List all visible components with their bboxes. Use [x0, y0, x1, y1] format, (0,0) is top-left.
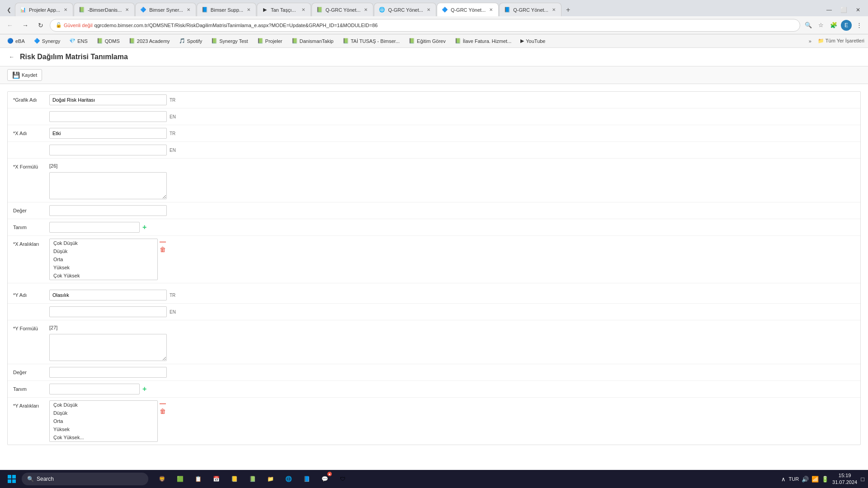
y-formulu-textarea[interactable]	[49, 334, 167, 361]
refresh-button[interactable]: ↻	[34, 19, 47, 32]
tab-close-tan-tasci[interactable]: ✕	[301, 6, 306, 13]
x-araliklari-delete-button[interactable]: 🗑	[160, 246, 166, 253]
tab-tan-tasci[interactable]: ▶ Tan Taşçı... ✕	[257, 3, 311, 16]
bookmark-ilave[interactable]: 📗 İlave Fatura. Hizmet...	[451, 37, 515, 45]
save-button[interactable]: 💾 Kaydet	[7, 69, 42, 81]
bookmarks-more-button[interactable]: »	[806, 38, 814, 45]
bookmark-egitim[interactable]: 📗 Eğitim Görev	[405, 37, 449, 45]
bookmark-youtube[interactable]: ▶ YouTube	[517, 37, 549, 45]
tanim-add-button[interactable]: +	[142, 223, 146, 231]
y-tanim-input[interactable]	[49, 384, 140, 394]
y-araliklari-delete-button[interactable]: 🗑	[160, 408, 166, 415]
form-row-y-adi-en: EN	[8, 304, 860, 320]
profile-icon[interactable]: E	[841, 20, 852, 31]
list-item-dusuk[interactable]: Düşük	[50, 247, 157, 255]
page-back-button[interactable]: ←	[7, 52, 16, 61]
tab-qgrc-3-active[interactable]: 🔷 Q-GRC Yönet... ✕	[437, 3, 499, 16]
grafik-adi-tr-input[interactable]	[49, 94, 167, 105]
list-item-cok-dusuk[interactable]: Çok Düşük	[50, 239, 157, 247]
tab-bimser-synergy[interactable]: 🔷 Bimser Syner... ✕	[135, 3, 196, 16]
search-icon[interactable]: 🔍	[803, 20, 814, 31]
x-adi-tr-input[interactable]	[49, 128, 167, 139]
y-list-item-orta[interactable]: Orta	[50, 417, 157, 425]
bookmark-projeler[interactable]: 📗 Projeler	[254, 37, 286, 45]
x-formulu-textarea[interactable]	[49, 172, 167, 199]
taskbar-clock[interactable]: 15:19 31.07.2024	[832, 472, 857, 486]
bookmark-star-icon[interactable]: ☆	[816, 20, 826, 31]
taskbar-notification-icon[interactable]: □	[861, 476, 864, 483]
forward-button[interactable]: →	[19, 19, 32, 32]
bookmark-favicon-egitim: 📗	[409, 38, 415, 44]
all-bookmarks-button[interactable]: 📁 Tüm Yer İşaretleri	[818, 38, 864, 44]
taskbar-app-excel[interactable]: 📗	[244, 471, 260, 487]
grafik-adi-en-input[interactable]	[49, 111, 167, 122]
tab-close-qgrc-2[interactable]: ✕	[426, 6, 431, 13]
extensions-icon[interactable]: 🧩	[828, 20, 839, 31]
deger-input[interactable]	[49, 205, 167, 216]
taskbar-network-icon[interactable]: 📶	[811, 476, 819, 483]
tab-bimser-danis[interactable]: 📗 -BimserDanis... ✕	[74, 3, 135, 16]
tab-bimser-supp[interactable]: 📘 Bimser Supp... ✕	[197, 3, 256, 16]
taskbar-app-2[interactable]: 🟩	[172, 471, 188, 487]
y-list-item-dusuk[interactable]: Düşük	[50, 409, 157, 417]
tab-qgrc-2[interactable]: 🌐 Q-GRC Yönet... ✕	[374, 3, 436, 16]
start-button[interactable]	[4, 472, 20, 486]
taskbar-search-box[interactable]: 🔍 Search	[22, 473, 148, 485]
taskbar-app-3[interactable]: 📋	[190, 471, 206, 487]
taskbar-app-5[interactable]: 📒	[226, 471, 242, 487]
y-tanim-add-button[interactable]: +	[142, 385, 146, 393]
bookmark-qdms[interactable]: 📗 QDMS	[93, 37, 123, 45]
settings-menu-icon[interactable]: ⋮	[854, 20, 864, 31]
list-item-yuksek[interactable]: Yüksek	[50, 263, 157, 272]
bookmark-tai[interactable]: 📗 TAİ TUSAŞ - Bimser...	[339, 37, 403, 45]
tab-close-bimser-synergy[interactable]: ✕	[186, 6, 191, 13]
taskbar-chevron-up-icon[interactable]: ∧	[781, 476, 786, 483]
list-item-orta[interactable]: Orta	[50, 255, 157, 263]
tab-close-qgrc-3[interactable]: ✕	[488, 6, 494, 13]
taskbar-battery-icon[interactable]: 🔋	[821, 476, 829, 483]
taskbar-app-chrome[interactable]: 🌐	[280, 471, 297, 487]
bookmark-2023-academy[interactable]: 📗 2023 Academy	[125, 37, 174, 45]
bookmark-synergy[interactable]: 🔷 Synergy	[30, 37, 64, 45]
list-item-cok-yuksek[interactable]: Çok Yüksek	[50, 272, 157, 280]
taskbar-app-teams[interactable]: 💬 ●	[316, 471, 333, 487]
address-input[interactable]: 🔓 Güvenli değil qgrcdemo.bimser.com.tr/Q…	[50, 19, 800, 32]
tab-qgrc-4[interactable]: 📘 Q-GRC Yönet... ✕	[499, 3, 561, 16]
tab-qgrc-1[interactable]: 📗 Q-GRC Yönet... ✕	[311, 3, 373, 16]
y-list-item-cok-dusuk[interactable]: Çok Düşük	[50, 401, 157, 409]
tanim-input[interactable]	[49, 222, 140, 233]
y-araliklari-minus-button[interactable]: —	[160, 400, 166, 407]
taskbar-speaker-icon[interactable]: 🔊	[802, 476, 809, 483]
tab-close-projeler[interactable]: ✕	[63, 6, 68, 13]
y-deger-input[interactable]	[49, 367, 167, 378]
y-adi-tr-input[interactable]	[49, 290, 167, 300]
minimize-button[interactable]: —	[823, 4, 835, 16]
tab-scroll-left[interactable]: ❮	[4, 4, 14, 16]
tab-close-bimser-supp[interactable]: ✕	[246, 6, 251, 13]
taskbar-app-shield[interactable]: 🛡	[335, 471, 351, 487]
bookmark-spotify[interactable]: 🎵 Spotify	[175, 37, 206, 45]
taskbar-app-word[interactable]: 📘	[298, 471, 315, 487]
bookmark-ens[interactable]: 💎 ENS	[66, 37, 91, 45]
restore-button[interactable]: ⬜	[837, 4, 850, 16]
back-button[interactable]: ←	[4, 19, 16, 32]
x-adi-en-input[interactable]	[49, 145, 167, 155]
y-list-item-cok-yuksek[interactable]: Çok Yüksek...	[50, 433, 157, 441]
bookmark-label-ens: ENS	[77, 38, 88, 44]
taskbar-app-1[interactable]: 🦁	[154, 471, 170, 487]
taskbar-app-6[interactable]: 📁	[262, 471, 278, 487]
y-adi-en-input[interactable]	[49, 306, 167, 317]
bookmark-eba[interactable]: 🔵 eBA	[4, 37, 28, 45]
bookmark-danisman[interactable]: 📗 DanismanTakip	[288, 37, 337, 45]
tab-projeler[interactable]: 📊 Projeler App... ✕	[15, 3, 73, 16]
y-araliklari-remove-controls: — 🗑	[160, 400, 166, 415]
bookmark-synergy-test[interactable]: 📗 Synergy Test	[208, 37, 251, 45]
new-tab-button[interactable]: +	[562, 4, 575, 16]
tab-close-bimser-danis[interactable]: ✕	[124, 6, 130, 13]
tab-close-qgrc-4[interactable]: ✕	[551, 6, 557, 13]
y-list-item-yuksek[interactable]: Yüksek	[50, 425, 157, 433]
close-browser-button[interactable]: ✕	[852, 4, 864, 16]
tab-close-qgrc-1[interactable]: ✕	[363, 6, 368, 13]
x-araliklari-minus-button[interactable]: —	[160, 239, 166, 245]
taskbar-app-4[interactable]: 📅	[208, 471, 224, 487]
